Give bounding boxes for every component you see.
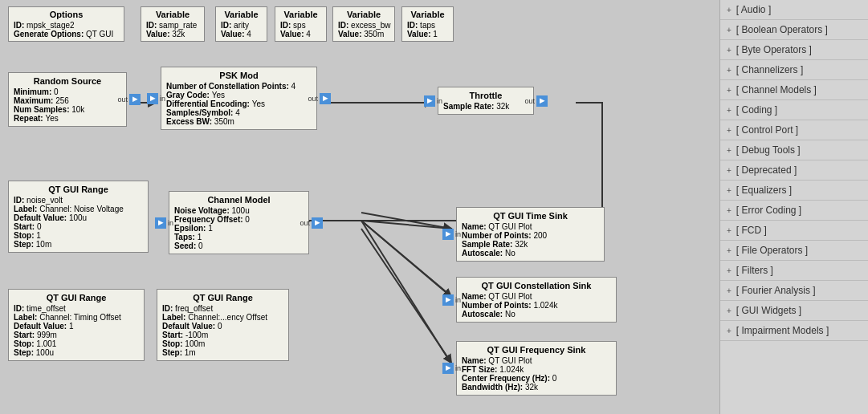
sidebar-item-12[interactable]: +[ File Operators ] [720,241,868,261]
qt-gui-time-sink-block[interactable]: ▶ in QT GUI Time Sink Name: QT GUI Plot … [456,207,605,262]
svg-line-7 [361,213,451,229]
svg-line-8 [361,221,451,297]
psk-mod-block[interactable]: ▶ in PSK Mod Number of Constellation Poi… [161,67,317,130]
qt-gui-frequency-sink-in-port: ▶ in [442,363,461,374]
expand-icon-5: + [727,106,731,115]
expand-icon-8: + [727,166,731,175]
sidebar-item-13[interactable]: +[ Filters ] [720,261,868,281]
sidebar-item-4[interactable]: +[ Channel Models ] [720,80,868,100]
sidebar-item-label-13: [ Filters ] [736,265,773,276]
sidebar-item-label-8: [ Deprecated ] [736,164,797,176]
random-source-out-port: out ▶ [117,94,141,105]
var-taps-value: Value: 1 [407,30,448,39]
psk-mod-out-port: out ▶ [308,93,331,104]
sidebar-item-5[interactable]: +[ Coding ] [720,100,868,120]
var-excess-bw-value: Value: 350m [338,30,389,39]
sidebar-item-6[interactable]: +[ Control Port ] [720,120,868,140]
qt-gui-frequency-sink-title: QT GUI Frequency Sink [462,345,611,355]
qt-gui-time-sink-title: QT GUI Time Sink [462,211,599,221]
var-samp-rate-block[interactable]: Variable ID: samp_rate Value: 32k [141,6,205,42]
sidebar-item-label-1: [ Boolean Operators ] [736,24,828,35]
sidebar-item-14[interactable]: +[ Fourier Analysis ] [720,281,868,301]
sidebar-item-16[interactable]: +[ Impairment Models ] [720,321,868,341]
sidebar-item-label-5: [ Coding ] [736,104,777,116]
var-arity-block[interactable]: Variable ID: arity Value: 4 [215,6,267,42]
sidebar-item-label-0: [ Audio ] [736,4,771,15]
sidebar-item-11[interactable]: +[ FCD ] [720,221,868,241]
sidebar-item-label-15: [ GUI Widgets ] [736,305,801,316]
expand-icon-13: + [727,266,731,275]
sidebar-item-label-7: [ Debug Tools ] [736,144,801,156]
psk-mod-title: PSK Mod [166,71,312,80]
expand-icon-11: + [727,226,731,235]
var-excess-bw-block[interactable]: Variable ID: excess_bw Value: 350m [332,6,395,42]
qt-gui-constellation-sink-title: QT GUI Constellation Sink [462,281,611,290]
expand-icon-12: + [727,246,731,255]
expand-icon-2: + [727,46,731,55]
var-sps-title: Variable [280,10,321,19]
psk-mod-in-port: ▶ in [147,93,165,104]
var-taps-id: ID: taps [407,21,448,30]
channel-model-title: Channel Model [174,195,304,205]
sidebar-item-label-10: [ Error Coding ] [736,205,801,216]
expand-icon-16: + [727,327,731,335]
sidebar-item-label-3: [ Channelizers ] [736,64,803,75]
qt-gui-range-time-offset-block[interactable]: QT GUI Range ID: time_offset Label: Chan… [8,289,145,361]
sidebar-item-label-9: [ Equalizers ] [736,185,792,196]
options-block[interactable]: Options ID: mpsk_stage2 Generate Options… [8,6,124,42]
sidebar: +[ Audio ]+[ Boolean Operators ]+[ Byte … [719,0,868,414]
qt-gui-range-freq-title: QT GUI Range [162,293,283,302]
throttle-in-port: ▶ in [424,95,442,107]
qt-gui-time-sink-in-port: ▶ in [442,229,461,240]
var-taps-block[interactable]: Variable ID: taps Value: 1 [401,6,454,42]
expand-icon-9: + [727,186,731,195]
sidebar-item-10[interactable]: +[ Error Coding ] [720,201,868,221]
qt-gui-constellation-sink-block[interactable]: ▶ in QT GUI Constellation Sink Name: QT … [456,277,617,323]
var-arity-id: ID: arity [221,21,262,30]
random-source-block[interactable]: Random Source Minimum: 0 Maximum: 256 Nu… [8,72,127,127]
throttle-block[interactable]: ▶ in Throttle Sample Rate: 32k out ▶ [438,87,534,115]
sidebar-item-label-2: [ Byte Operators ] [736,44,812,55]
var-arity-title: Variable [221,10,262,19]
throttle-title: Throttle [443,91,528,100]
var-taps-title: Variable [407,10,448,19]
main-canvas: Options ID: mpsk_stage2 Generate Options… [0,0,719,414]
throttle-out-port: out ▶ [524,95,548,107]
svg-line-4 [361,221,452,365]
var-samp-rate-title: Variable [146,10,199,19]
var-samp-rate-id: ID: samp_rate [146,21,199,30]
channel-model-out-port: out ▶ [300,217,323,229]
channel-model-block[interactable]: ▶ in Channel Model Noise Voltage: 100u F… [169,191,309,254]
sidebar-item-7[interactable]: +[ Debug Tools ] [720,140,868,160]
expand-icon-10: + [727,206,731,215]
random-source-title: Random Source [14,76,121,86]
sidebar-item-label-6: [ Control Port ] [736,124,798,136]
expand-icon-0: + [727,6,731,14]
var-sps-id: ID: sps [280,21,321,30]
sidebar-item-label-4: [ Channel Models ] [736,84,817,95]
qt-gui-range-freq-offset-block[interactable]: QT GUI Range ID: freq_offset Label: Chan… [157,289,289,361]
var-samp-rate-value: Value: 32k [146,30,199,39]
options-id: ID: mpsk_stage2 [14,21,119,30]
var-excess-bw-title: Variable [338,10,389,19]
qt-gui-range-noise-block[interactable]: QT GUI Range ID: noise_volt Label: Chann… [8,181,149,253]
qt-gui-frequency-sink-block[interactable]: ▶ in QT GUI Frequency Sink Name: QT GUI … [456,341,617,396]
var-sps-block[interactable]: Variable ID: sps Value: 4 [275,6,327,42]
sidebar-item-2[interactable]: +[ Byte Operators ] [720,40,868,60]
options-title: Options [14,10,119,19]
expand-icon-3: + [727,66,731,75]
svg-line-9 [361,229,451,363]
sidebar-item-9[interactable]: +[ Equalizers ] [720,181,868,201]
expand-icon-7: + [727,146,731,155]
svg-line-2 [361,221,452,229]
sidebar-item-15[interactable]: +[ GUI Widgets ] [720,301,868,321]
expand-icon-1: + [727,26,731,34]
sidebar-item-1[interactable]: +[ Boolean Operators ] [720,20,868,40]
expand-icon-4: + [727,86,731,95]
sidebar-item-0[interactable]: +[ Audio ] [720,0,868,20]
sidebar-item-label-16: [ Impairment Models ] [736,325,829,336]
options-generate: Generate Options: QT GUI [14,30,119,39]
sidebar-item-3[interactable]: +[ Channelizers ] [720,60,868,80]
qt-gui-range-noise-title: QT GUI Range [14,185,143,194]
sidebar-item-8[interactable]: +[ Deprecated ] [720,160,868,181]
